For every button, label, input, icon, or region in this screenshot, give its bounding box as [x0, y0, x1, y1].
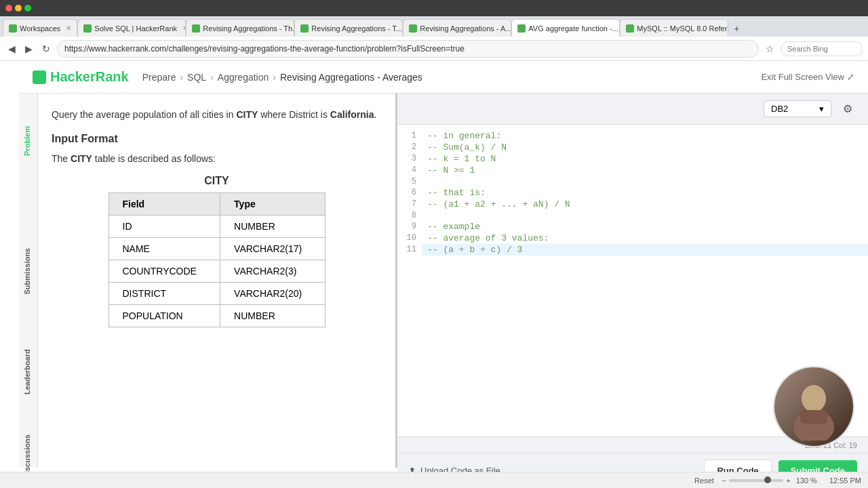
col-header-field: Field	[108, 193, 220, 216]
webcam-placeholder	[774, 367, 853, 446]
tab-avg-function[interactable]: AVG aggregate function -... ✕	[511, 19, 620, 37]
line-number: 7	[397, 199, 422, 210]
tab-favicon	[626, 24, 634, 33]
code-lines: 1-- in general:2-- Sum(a_k) / N3-- k = 1…	[397, 125, 868, 261]
webcam-person-icon	[780, 373, 848, 441]
line-content	[422, 176, 868, 187]
reload-button[interactable]: ↻	[39, 42, 53, 56]
tab-revising-1[interactable]: Revising Aggregations - Th... ✕	[186, 19, 294, 37]
col-header-type: Type	[220, 193, 325, 216]
forward-button[interactable]: ▶	[22, 42, 35, 56]
nav-separator-1: ›	[180, 72, 183, 83]
tab-label: MySQL :: MySQL 8.0 Refer...	[637, 24, 728, 33]
table-cell: ID	[108, 216, 220, 238]
table-description: The CITY table is described as follows:	[52, 153, 382, 164]
tab-revising-2[interactable]: Revising Aggregations - T... ✕	[294, 19, 403, 37]
minimize-window-btn[interactable]	[15, 5, 22, 12]
code-line: 8	[397, 210, 868, 221]
side-label-area: Problem Submissions Leaderboard Discussi…	[19, 94, 38, 468]
zoom-level: 130 %	[796, 476, 817, 485]
nav-separator-2: ›	[210, 72, 214, 83]
line-number: 2	[397, 142, 422, 153]
tab-revising-3[interactable]: Revising Aggregations - A... ✕	[403, 19, 511, 37]
line-content: -- k = 1 to N	[422, 153, 868, 165]
fullscreen-icon: ⤢	[847, 72, 854, 82]
reset-button[interactable]: Reset	[694, 476, 714, 485]
line-number: 5	[397, 176, 422, 187]
hackerrank-logo: HackerRank	[33, 69, 129, 85]
table-cell: NUMBER	[220, 305, 325, 327]
code-line: 1-- in general:	[397, 130, 868, 142]
tab-favicon	[9, 24, 17, 33]
line-content: -- that is:	[422, 187, 868, 199]
maximize-window-btn[interactable]	[24, 5, 31, 12]
table-cell: NAME	[108, 238, 220, 260]
problem-description: Query the average population of all citi…	[52, 107, 382, 122]
new-tab-button[interactable]: +	[728, 20, 745, 37]
address-bar: ◀ ▶ ↻ ☆	[0, 37, 868, 61]
nav-prepare[interactable]: Prepare	[142, 72, 176, 83]
zoom-control[interactable]: − + 130 %	[722, 476, 817, 485]
chevron-down-icon: ▾	[819, 104, 824, 114]
line-number: 10	[397, 232, 422, 244]
sidebar-item-leaderboard[interactable]: Leaderboard	[19, 378, 35, 400]
tab-label: AVG aggregate function -...	[528, 24, 618, 33]
webcam-feed	[773, 366, 854, 447]
line-content: -- example	[422, 221, 868, 232]
tab-label: Revising Aggregations - T...	[311, 24, 402, 33]
tab-workspaces[interactable]: Workspaces ✕	[3, 19, 77, 37]
svg-point-0	[802, 385, 826, 412]
tab-close-icon[interactable]: ✕	[66, 24, 71, 32]
line-content: -- N >= 1	[422, 165, 868, 176]
code-line: 2-- Sum(a_k) / N	[397, 142, 868, 153]
hr-header: HackerRank Prepare › SQL › Aggregation ›…	[19, 61, 868, 94]
sidebar-item-problem[interactable]: Problem	[19, 121, 35, 161]
header-right: Exit Full Screen View ⤢	[761, 72, 854, 82]
line-content: -- Sum(a_k) / N	[422, 142, 868, 153]
bold-district: California	[330, 109, 374, 120]
line-content: -- in general:	[422, 130, 868, 142]
url-input[interactable]	[57, 40, 759, 58]
line-number: 4	[397, 165, 422, 176]
zoom-out-icon[interactable]: −	[722, 476, 726, 485]
db-selected-value: DB2	[771, 104, 788, 114]
settings-button[interactable]: ⚙	[838, 100, 857, 119]
exit-fullscreen-button[interactable]: Exit Full Screen View ⤢	[761, 72, 854, 82]
table-cell: VARCHAR2(20)	[220, 283, 325, 305]
table-cell: VARCHAR2(3)	[220, 260, 325, 283]
back-button[interactable]: ◀	[5, 42, 18, 56]
zoom-in-icon[interactable]: +	[786, 476, 790, 485]
close-window-btn[interactable]	[5, 5, 12, 12]
code-line: 11-- (a + b + c) / 3	[397, 244, 868, 256]
db-selector-dropdown[interactable]: DB2 ▾	[764, 100, 831, 117]
bookmark-button[interactable]: ☆	[763, 42, 777, 56]
code-line: 4-- N >= 1	[397, 165, 868, 176]
code-line: 7-- (a1 + a2 + ... + aN) / N	[397, 199, 868, 210]
browser-chrome	[0, 0, 868, 16]
line-number: 1	[397, 130, 422, 142]
sidebar-item-submissions[interactable]: Submissions	[19, 243, 35, 300]
nav-sql[interactable]: SQL	[187, 72, 206, 83]
nav-aggregation[interactable]: Aggregation	[218, 72, 269, 83]
nav-separator-3: ›	[273, 72, 276, 83]
tab-favicon	[83, 24, 92, 33]
tab-favicon	[517, 24, 526, 33]
tab-solve-sql[interactable]: Solve SQL | HackerRank ✕	[77, 19, 186, 37]
code-line: 6-- that is:	[397, 187, 868, 199]
line-content: -- (a1 + a2 + ... + aN) / N	[422, 199, 868, 210]
editor-toolbar: DB2 ▾ ⚙	[397, 94, 868, 125]
tab-label: Revising Aggregations - A...	[420, 24, 511, 33]
zoom-slider[interactable]	[729, 479, 783, 482]
table-name-inline: CITY	[71, 153, 92, 164]
table-row: NAMEVARCHAR2(17)	[108, 238, 325, 260]
tab-mysql-ref[interactable]: MySQL :: MySQL 8.0 Refer... ✕	[620, 19, 728, 37]
table-cell: DISTRICT	[108, 283, 220, 305]
table-cell: VARCHAR2(17)	[220, 238, 325, 260]
city-table: Field Type IDNUMBERNAMEVARCHAR2(17)COUNT…	[108, 192, 326, 327]
browser-bottom-bar: Reset − + 130 % 12:55 PM	[0, 472, 868, 488]
search-input[interactable]	[781, 41, 863, 56]
line-content: -- average of 3 values:	[422, 232, 868, 244]
exit-fullscreen-label: Exit Full Screen View	[761, 72, 844, 82]
city-table-container: CITY Field Type IDNUMBERNAMEVARCHAR2(17)…	[52, 175, 382, 327]
code-line: 9-- example	[397, 221, 868, 232]
